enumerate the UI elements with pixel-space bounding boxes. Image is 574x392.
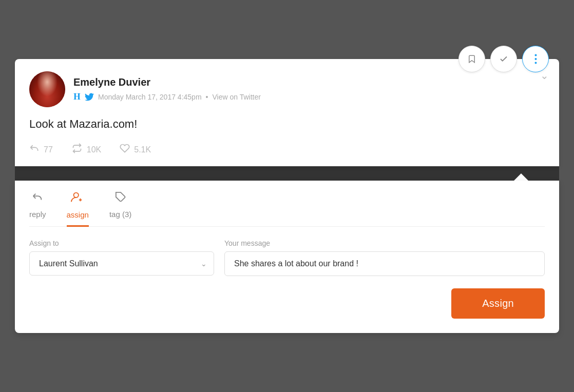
bookmark-icon — [467, 54, 476, 64]
tab-assign-label: assign — [67, 210, 89, 219]
tab-tag-label: tag (3) — [109, 210, 131, 219]
assign-to-group: Assign to Laurent Sullivan ⌄ — [29, 239, 214, 276]
user-info: Emelyne Duvier 𝐇 Monday March 17, 2017 4… — [73, 76, 261, 102]
tab-tag[interactable]: tag (3) — [109, 191, 131, 226]
tweet-stats: 77 10K 5.1K — [29, 143, 545, 156]
assign-button-row: Assign — [29, 288, 545, 319]
twitter-icon: 𝐇 — [73, 91, 81, 102]
tab-assign[interactable]: assign — [67, 191, 89, 227]
twitter-bird-icon — [85, 92, 94, 102]
assign-form: Assign to Laurent Sullivan ⌄ Your messag… — [29, 239, 545, 276]
assign-to-select-wrapper: Laurent Sullivan ⌄ — [29, 251, 214, 276]
username: Emelyne Duvier — [73, 76, 261, 88]
panel-area — [15, 166, 559, 181]
retweet-icon — [71, 143, 83, 156]
tweet-date: Monday March 17, 2017 4:45pm — [98, 93, 202, 101]
svg-point-3 — [74, 193, 79, 198]
assign-to-label: Assign to — [29, 239, 214, 247]
replies-stat: 77 — [29, 143, 53, 156]
action-panel: reply assign tag (3) — [15, 181, 559, 333]
likes-stat: 5.1K — [120, 143, 151, 156]
replies-count: 77 — [44, 145, 53, 154]
reply-icon — [29, 143, 40, 156]
action-buttons — [458, 46, 549, 72]
svg-point-2 — [534, 62, 537, 64]
bookmark-button[interactable] — [458, 46, 485, 72]
tag-tab-icon — [114, 191, 127, 206]
retweets-count: 10K — [87, 145, 101, 154]
reply-tab-icon — [31, 191, 44, 206]
message-group: Your message — [224, 239, 545, 276]
check-button[interactable] — [490, 46, 517, 72]
assign-button[interactable]: Assign — [451, 288, 545, 319]
tweet-header: Emelyne Duvier 𝐇 Monday March 17, 2017 4… — [29, 71, 545, 107]
likes-count: 5.1K — [134, 145, 151, 154]
assign-to-select[interactable]: Laurent Sullivan — [29, 251, 214, 276]
tweet-meta: 𝐇 Monday March 17, 2017 4:45pm • View on… — [73, 91, 261, 102]
check-icon — [499, 54, 508, 64]
tweet-card: ⌄ Emelyne Duvier 𝐇 Monday March 17, 2017… — [15, 59, 559, 166]
tooltip-arrow — [514, 173, 528, 181]
svg-point-1 — [534, 58, 537, 60]
more-options-button[interactable] — [522, 46, 549, 72]
assign-tab-icon — [71, 191, 84, 206]
message-input[interactable] — [224, 251, 545, 276]
more-dots-icon — [534, 54, 537, 64]
tabs-row: reply assign tag (3) — [29, 191, 545, 227]
avatar — [29, 71, 65, 107]
heart-icon — [120, 143, 130, 156]
tab-reply[interactable]: reply — [29, 191, 46, 226]
view-on-twitter-link[interactable]: View on Twitter — [212, 93, 260, 101]
dot-separator: • — [206, 93, 208, 101]
tab-reply-label: reply — [29, 210, 46, 219]
tweet-body: Look at Mazaria.com! — [29, 117, 545, 131]
svg-point-0 — [534, 54, 537, 56]
message-label: Your message — [224, 239, 545, 247]
retweets-stat: 10K — [71, 143, 101, 156]
